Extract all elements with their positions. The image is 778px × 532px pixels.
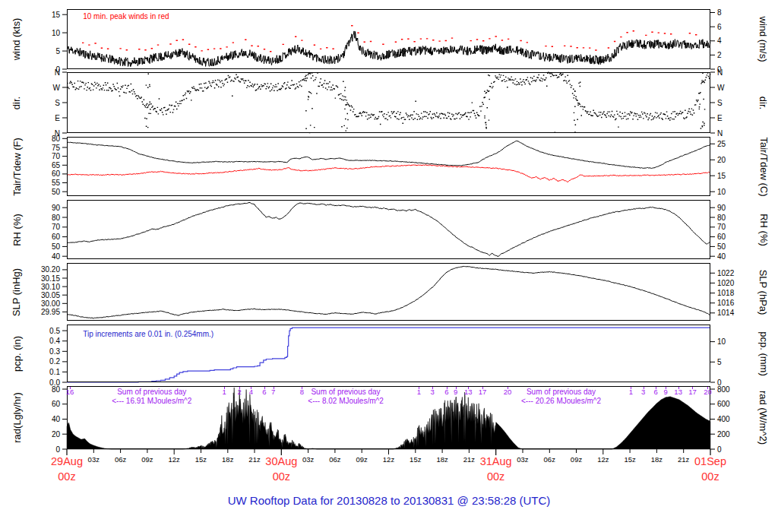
time-label-36z: 12z [383,455,394,464]
panel-wind: 05101502468 [67,9,710,69]
panel-frame-tair [68,138,710,196]
time-label-66z: 18z [651,455,663,464]
time-label-30z: 06z [329,455,340,464]
panel-svg-rh: 405060708090405060708090 [67,200,710,259]
tick-label-wind: 2 [717,51,722,59]
tick-label-rad: 600 [717,400,730,408]
time-label-69z: 21z [678,455,689,464]
time-label-12z: 12z [168,455,179,464]
ylabel-right-rh: RH (%) [751,200,776,259]
ylabel-left-text-dir: dir. [11,96,23,109]
panel-slp: 29.9530.0030.0530.1030.1530.201014101610… [67,263,710,321]
panel-frame-rh [68,201,710,259]
tick-label-pcp: 0.5 [49,327,60,335]
tick-label-pcp: 0.4 [49,337,60,345]
tick-label-wind: 6 [717,23,722,31]
ylabel-left-text-rh: RH (%) [11,214,22,246]
time-label-42z: 18z [436,455,448,464]
tick-label-rad: 0 [717,445,722,454]
day-label-01Sep: 01Sep00z [694,454,726,484]
ylabel-right-text-rad: rad (W/m^2) [758,391,770,445]
tick-label-rh: 50 [52,242,61,251]
tick-label-pcp: 5 [717,358,722,366]
tick-label-dir: W [53,84,61,92]
day-label-hour: 00z [265,469,297,484]
day-label-date: 29Aug [51,454,83,469]
ylabel-right-text-dir: dir. [758,96,770,109]
tick-label-dir: S [55,99,60,107]
day-label-29Aug: 29Aug00z [51,454,83,484]
ylabel-left-rh: RH (%) [0,200,33,259]
tick-label-tair: 65 [52,161,61,169]
tick-label-wind: 5 [55,47,60,55]
tick-label-rh: 50 [717,242,726,251]
panel-svg-rad: 0204060800200400600800 [67,386,710,449]
ylabel-right-text-pcp: pcp. (mm) [758,331,770,376]
day-label-date: 01Sep [694,454,726,469]
tick-label-slp: 1014 [717,309,735,317]
time-label-60z: 12z [597,455,609,464]
panel-frame-pcp [68,325,710,382]
time-label-54z: 06z [544,455,555,464]
ylabel-right-text-wind: wind (m/s) [758,17,770,62]
tick-label-tair: 20 [717,156,726,164]
tick-label-rh: 60 [717,233,726,241]
tick-label-slp: 30.20 [41,265,60,274]
time-label-45z: 21z [463,455,475,464]
series-wind_direction_deg [67,72,710,133]
ylabel-right-wind: wind (m/s) [751,9,776,69]
tick-label-tair: 15 [717,172,726,180]
tick-label-rh: 80 [717,214,726,222]
tick-label-wind: 8 [717,8,722,17]
series-tdew_f [67,165,710,182]
tick-label-rh: 80 [52,214,61,222]
tick-label-tair: 70 [52,152,61,160]
time-label-33z: 09z [356,455,368,464]
time-label-18z: 18z [222,455,233,464]
time-label-39z: 15z [410,455,421,464]
panel-svg-dir: NWSENNWSEN [67,72,710,133]
tick-label-rad: 20 [52,430,61,439]
ylabel-right-text-slp: SLP (hPa) [758,269,770,315]
panel-svg-tair: 5055606570758010152025 [67,137,710,196]
tick-label-tair: 50 [52,188,61,196]
time-label-6z: 06z [115,455,126,464]
tick-label-rh: 60 [52,233,61,241]
ylabel-left-text-tair: Tair/Tdew (F) [11,138,23,196]
tick-label-pcp: 10 [717,337,726,346]
tick-label-rad: 400 [717,415,730,423]
tick-label-dir: S [717,99,723,107]
ylabel-left-rad: rad(Lgly/hr) [0,386,33,449]
time-label-21z: 21z [248,455,260,464]
tick-label-dir: E [717,114,723,122]
ylabel-left-text-slp: SLP (inHg) [11,268,23,315]
tick-label-rh: 90 [52,204,61,212]
tick-label-pcp: 0.1 [49,368,60,376]
tick-label-dir: N [55,68,60,77]
tick-label-slp: 30.15 [41,274,60,283]
panel-svg-pcp: 0.00.10.20.30.40.50510 [67,325,710,382]
tick-label-slp: 1016 [717,299,735,307]
series-precip_accum_in [67,328,710,382]
day-label-30Aug: 30Aug00z [265,454,297,484]
series-solar_rad_lgly_hr [67,388,710,449]
tick-label-tair: 55 [52,179,61,187]
panel-frame-dir [68,73,710,133]
tick-label-tair: 25 [717,140,726,148]
panel-rad: 0204060800200400600800 [67,386,710,449]
tick-label-slp: 30.10 [41,283,60,291]
panel-frame-rad [68,387,710,449]
tick-label-tair: 75 [52,144,61,152]
panel-tair: 5055606570758010152025 [67,137,710,196]
tick-label-dir: E [55,114,60,122]
day-label-hour: 00z [694,469,726,484]
tick-label-rad: 200 [717,430,730,439]
series-wind_speed_kts [67,31,710,67]
tick-label-rad: 40 [52,415,61,423]
tick-label-rh: 40 [52,252,61,261]
time-label-9z: 09z [141,455,153,464]
tick-label-rh: 70 [717,223,726,231]
day-label-hour: 00z [51,469,83,484]
ylabel-left-text-rad: rad(Lgly/hr) [11,392,23,442]
series-peak_wind_10min [82,26,697,52]
